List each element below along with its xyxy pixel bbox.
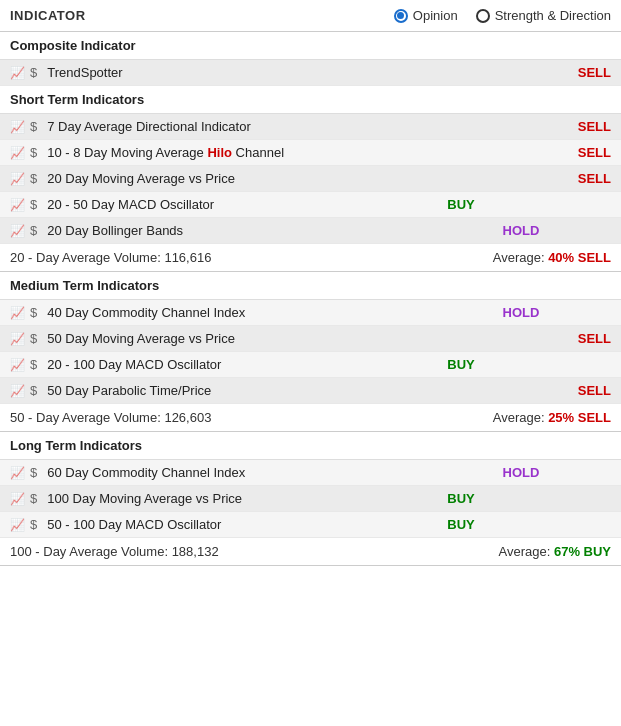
- table-row[interactable]: 📈$7 Day Average Directional IndicatorSEL…: [0, 114, 621, 140]
- strength-direction-radio-circle: [476, 9, 490, 23]
- dollar-icon: $: [30, 119, 37, 134]
- summary-value: 67% BUY: [554, 544, 611, 559]
- summary-left: 20 - Day Average Volume: 116,616: [10, 250, 493, 265]
- summary-left: 50 - Day Average Volume: 126,603: [10, 410, 493, 425]
- section-header-1: Short Term Indicators: [0, 86, 621, 114]
- signal-sell: SELL: [551, 65, 611, 80]
- strength-direction-label: Strength & Direction: [495, 8, 611, 23]
- dollar-icon: $: [30, 465, 37, 480]
- hilo-highlight: Hilo: [207, 145, 232, 160]
- section-header-2: Medium Term Indicators: [0, 272, 621, 300]
- table-row[interactable]: 📈$60 Day Commodity Channel IndexHOLD: [0, 460, 621, 486]
- dollar-icon: $: [30, 197, 37, 212]
- summary-right: Average: 40% SELL: [493, 250, 611, 265]
- indicator-name: 20 Day Bollinger Bands: [47, 223, 431, 238]
- signal-hold: HOLD: [491, 223, 551, 238]
- dollar-icon: $: [30, 517, 37, 532]
- indicator-name: 20 - 100 Day MACD Oscillator: [47, 357, 431, 372]
- indicator-name: 50 Day Moving Average vs Price: [47, 331, 431, 346]
- signal-buy: BUY: [431, 197, 491, 212]
- signal-buy: BUY: [431, 517, 491, 532]
- indicator-name: 20 Day Moving Average vs Price: [47, 171, 431, 186]
- summary-left: 100 - Day Average Volume: 188,132: [10, 544, 499, 559]
- signal-buy: BUY: [431, 357, 491, 372]
- strength-direction-radio[interactable]: Strength & Direction: [476, 8, 611, 23]
- chart-icon: 📈: [10, 224, 25, 238]
- indicator-name: TrendSpotter: [47, 65, 431, 80]
- chart-icon: 📈: [10, 66, 25, 80]
- table-row[interactable]: 📈$50 Day Parabolic Time/PriceSELL: [0, 378, 621, 404]
- indicator-name: 7 Day Average Directional Indicator: [47, 119, 431, 134]
- signal-sell: SELL: [551, 171, 611, 186]
- sections-container: Composite Indicator📈$TrendSpotterSELLSho…: [0, 32, 621, 566]
- chart-icon: 📈: [10, 492, 25, 506]
- dollar-icon: $: [30, 145, 37, 160]
- indicator-name: 50 Day Parabolic Time/Price: [47, 383, 431, 398]
- opinion-radio-circle: [394, 9, 408, 23]
- chart-icon: 📈: [10, 198, 25, 212]
- summary-value: 40% SELL: [548, 250, 611, 265]
- table-row[interactable]: 📈$20 Day Bollinger BandsHOLD: [0, 218, 621, 244]
- table-row[interactable]: 📈$TrendSpotterSELL: [0, 60, 621, 86]
- summary-right: Average: 25% SELL: [493, 410, 611, 425]
- chart-icon: 📈: [10, 518, 25, 532]
- table-row[interactable]: 📈$50 Day Moving Average vs PriceSELL: [0, 326, 621, 352]
- summary-value: 25% SELL: [548, 410, 611, 425]
- chart-icon: 📈: [10, 466, 25, 480]
- signal-sell: SELL: [551, 145, 611, 160]
- chart-icon: 📈: [10, 146, 25, 160]
- chart-icon: 📈: [10, 384, 25, 398]
- signal-sell: SELL: [551, 119, 611, 134]
- chart-icon: 📈: [10, 332, 25, 346]
- dollar-icon: $: [30, 357, 37, 372]
- signal-buy: BUY: [431, 491, 491, 506]
- dollar-icon: $: [30, 65, 37, 80]
- dollar-icon: $: [30, 171, 37, 186]
- header-row: INDICATOR Opinion Strength & Direction: [0, 0, 621, 32]
- summary-row-2: 50 - Day Average Volume: 126,603Average:…: [0, 404, 621, 432]
- table-row[interactable]: 📈$10 - 8 Day Moving Average Hilo Channel…: [0, 140, 621, 166]
- radio-group: Opinion Strength & Direction: [394, 8, 611, 23]
- indicator-name: 50 - 100 Day MACD Oscillator: [47, 517, 431, 532]
- table-row[interactable]: 📈$20 - 50 Day MACD OscillatorBUY: [0, 192, 621, 218]
- chart-icon: 📈: [10, 120, 25, 134]
- opinion-radio[interactable]: Opinion: [394, 8, 458, 23]
- dollar-icon: $: [30, 305, 37, 320]
- signal-sell: SELL: [551, 331, 611, 346]
- table-row[interactable]: 📈$100 Day Moving Average vs PriceBUY: [0, 486, 621, 512]
- section-header-0: Composite Indicator: [0, 32, 621, 60]
- dollar-icon: $: [30, 223, 37, 238]
- section-header-3: Long Term Indicators: [0, 432, 621, 460]
- indicator-name: 100 Day Moving Average vs Price: [47, 491, 431, 506]
- indicator-name: 10 - 8 Day Moving Average Hilo Channel: [47, 145, 431, 160]
- table-row[interactable]: 📈$20 Day Moving Average vs PriceSELL: [0, 166, 621, 192]
- indicator-name: 60 Day Commodity Channel Index: [47, 465, 431, 480]
- signal-hold: HOLD: [491, 465, 551, 480]
- summary-row-3: 100 - Day Average Volume: 188,132Average…: [0, 538, 621, 566]
- dollar-icon: $: [30, 491, 37, 506]
- chart-icon: 📈: [10, 358, 25, 372]
- signal-sell: SELL: [551, 383, 611, 398]
- opinion-label: Opinion: [413, 8, 458, 23]
- signal-hold: HOLD: [491, 305, 551, 320]
- chart-icon: 📈: [10, 306, 25, 320]
- summary-row-1: 20 - Day Average Volume: 116,616Average:…: [0, 244, 621, 272]
- dollar-icon: $: [30, 383, 37, 398]
- dollar-icon: $: [30, 331, 37, 346]
- indicator-name: 20 - 50 Day MACD Oscillator: [47, 197, 431, 212]
- table-row[interactable]: 📈$40 Day Commodity Channel IndexHOLD: [0, 300, 621, 326]
- summary-right: Average: 67% BUY: [499, 544, 612, 559]
- table-row[interactable]: 📈$20 - 100 Day MACD OscillatorBUY: [0, 352, 621, 378]
- table-row[interactable]: 📈$50 - 100 Day MACD OscillatorBUY: [0, 512, 621, 538]
- indicator-name: 40 Day Commodity Channel Index: [47, 305, 431, 320]
- chart-icon: 📈: [10, 172, 25, 186]
- indicator-label: INDICATOR: [10, 8, 394, 23]
